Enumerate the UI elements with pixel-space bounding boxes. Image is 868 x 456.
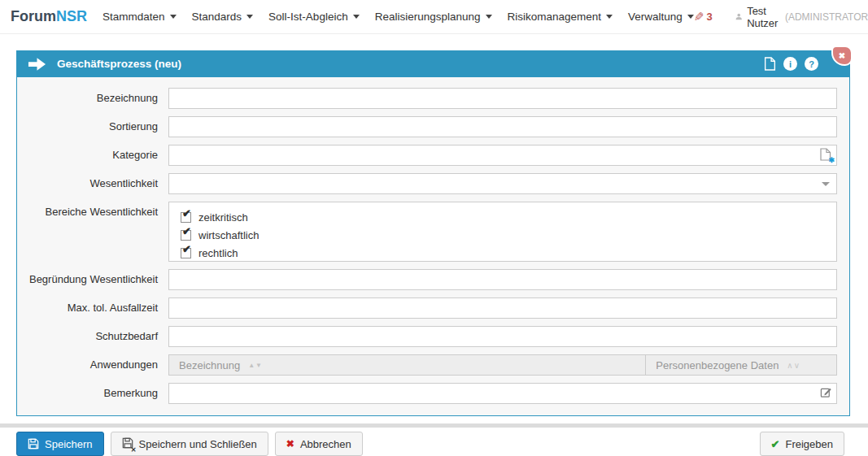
- checkbox-row-wirtschaftlich[interactable]: ✔ wirtschaftlich: [181, 226, 836, 244]
- save-and-close-button[interactable]: ✕ Speichern und Schließen: [111, 432, 268, 456]
- open-editor-button[interactable]: [820, 386, 832, 401]
- checkbox-label: rechtlich: [198, 247, 238, 259]
- chevron-down-icon[interactable]: [822, 182, 830, 186]
- panel-title: Geschäftsprozess (neu): [57, 58, 181, 70]
- menu-label: Soll-Ist-Abgleich: [268, 11, 348, 23]
- wesentlichkeit-select[interactable]: [168, 173, 837, 194]
- checkbox-label: wirtschaftlich: [198, 229, 259, 241]
- checkbox-zeitkritisch[interactable]: ✔: [181, 212, 191, 223]
- menu-verwaltung[interactable]: Verwaltung: [628, 11, 694, 23]
- pdf-document-icon: [764, 57, 776, 71]
- ausfallzeit-input[interactable]: [168, 297, 837, 319]
- bereiche-checkbox-group: ✔ zeitkritisch ✔ wirtschaftlich ✔ rechtl…: [168, 202, 837, 262]
- chevron-down-icon: [353, 15, 360, 19]
- top-navbar: ForumNSR Stammdaten Standards Soll-Ist-A…: [0, 0, 868, 34]
- chevron-down-icon: [486, 15, 492, 19]
- save-and-close-button-label: Speichern und Schließen: [139, 438, 257, 450]
- bezeichnung-label: Bezeichnung: [17, 88, 168, 109]
- release-button-label: Freigeben: [785, 438, 833, 450]
- user-role: (ADMINISTRATOR): [785, 11, 868, 23]
- menu-standards[interactable]: Standards: [192, 11, 254, 23]
- cancel-button[interactable]: ✖ Abbrechen: [275, 432, 363, 456]
- menu-label: Realisierungsplanung: [375, 11, 481, 23]
- column-header-personenbezogene-daten[interactable]: Personenbezogene Daten ∧∨: [646, 355, 836, 375]
- sortierung-label: Sortierung: [17, 116, 168, 137]
- sortierung-input[interactable]: [168, 116, 837, 137]
- chevron-down-icon: [170, 15, 177, 19]
- help-button[interactable]: ?: [805, 57, 818, 71]
- app-logo[interactable]: ForumNSR: [11, 8, 87, 25]
- checkbox-wirtschaftlich[interactable]: ✔: [181, 230, 191, 241]
- logo-part-1: Forum: [11, 8, 56, 24]
- arrow-right-icon: [28, 58, 46, 71]
- menu-stammdaten[interactable]: Stammdaten: [103, 11, 177, 23]
- begruendung-label: Begründung Wesentlichkeit: [17, 269, 168, 290]
- pending-edits-badge[interactable]: ✎ 3: [694, 10, 713, 24]
- menu-label: Standards: [192, 11, 242, 23]
- check-icon: ✔: [771, 438, 780, 450]
- form-row-ausfallzeit: Max. tol. Ausfallzeit: [17, 297, 837, 319]
- logo-part-2: NSR: [56, 8, 87, 24]
- schutzbedarf-input[interactable]: [168, 326, 837, 347]
- checkmark-icon: ✔: [182, 208, 191, 219]
- cancel-x-icon: ✖: [286, 438, 294, 449]
- menu-risikomanagement[interactable]: Risikomanagement: [508, 11, 613, 23]
- new-category-button[interactable]: ✱: [820, 148, 832, 162]
- save-button-label: Speichern: [45, 438, 93, 450]
- begruendung-input[interactable]: [168, 269, 837, 290]
- pencil-icon: ✎: [694, 10, 704, 24]
- form-row-wesentlichkeit: Wesentlichkeit: [17, 173, 837, 194]
- form-row-bereiche-wesentlichkeit: Bereiche Wesentlichkeit ✔ zeitkritisch ✔…: [17, 202, 837, 262]
- kategorie-label: Kategorie: [17, 145, 168, 166]
- user-menu[interactable]: Test Nutzer (ADMINISTRATOR): [735, 5, 868, 29]
- chevron-down-icon: [606, 15, 613, 19]
- bezeichnung-input[interactable]: [168, 88, 837, 109]
- user-name: Test Nutzer: [747, 5, 782, 29]
- form-row-anwendungen: Anwendungen Bezeichnung ▲▼ Personenbezog…: [17, 354, 837, 376]
- form-body: Bezeichnung Sortierung Kategorie: [17, 77, 849, 415]
- checkbox-row-rechtlich[interactable]: ✔ rechtlich: [181, 244, 836, 262]
- checkbox-row-zeitkritisch[interactable]: ✔ zeitkritisch: [181, 208, 836, 226]
- chevron-down-icon: [246, 15, 253, 19]
- star-icon: ✱: [828, 156, 835, 164]
- form-row-begruendung: Begründung Wesentlichkeit: [17, 269, 837, 290]
- chevron-down-icon: [687, 15, 694, 19]
- geschaeftsprozess-panel: ✖ Geschäftsprozess (neu) i ? Bezeichnun: [16, 50, 850, 416]
- form-row-bemerkung: Bemerkung: [17, 383, 837, 404]
- menu-label: Stammdaten: [103, 11, 165, 23]
- x-icon: ✕: [131, 446, 137, 454]
- menu-label: Verwaltung: [628, 11, 683, 23]
- bemerkung-input[interactable]: [168, 383, 837, 404]
- kategorie-input[interactable]: [168, 145, 837, 166]
- info-icon: i: [783, 57, 797, 71]
- form-row-sortierung: Sortierung: [17, 116, 837, 137]
- release-button[interactable]: ✔ Freigeben: [760, 432, 844, 456]
- cancel-button-label: Abbrechen: [300, 438, 351, 450]
- pdf-export-button[interactable]: [764, 57, 776, 71]
- bereiche-wesentlichkeit-label: Bereiche Wesentlichkeit: [17, 202, 168, 262]
- sort-icon[interactable]: ∧∨: [787, 361, 800, 370]
- menu-realisierungsplanung[interactable]: Realisierungsplanung: [375, 11, 492, 23]
- checkbox-rechtlich[interactable]: ✔: [181, 248, 191, 258]
- pending-edits-count: 3: [706, 11, 712, 23]
- close-icon: ✖: [839, 51, 845, 60]
- anwendungen-label: Anwendungen: [17, 354, 168, 376]
- column-header-bezeichnung[interactable]: Bezeichnung ▲▼: [169, 355, 646, 375]
- checkbox-label: zeitkritisch: [198, 211, 248, 224]
- menu-soll-ist-abgleich[interactable]: Soll-Ist-Abgleich: [268, 11, 360, 23]
- form-row-bezeichnung: Bezeichnung: [17, 88, 837, 109]
- menu-label: Risikomanagement: [508, 11, 602, 23]
- wesentlichkeit-label: Wesentlichkeit: [17, 173, 168, 194]
- user-icon: [735, 11, 742, 22]
- footer-toolbar: Speichern ✕ Speichern und Schließen ✖ Ab…: [0, 428, 868, 456]
- sort-icon[interactable]: ▲▼: [248, 362, 263, 369]
- form-row-kategorie: Kategorie ✱: [17, 145, 837, 166]
- anwendungen-table-header: Bezeichnung ▲▼ Personenbezogene Daten ∧∨: [168, 354, 837, 376]
- save-icon: [28, 438, 39, 449]
- save-button[interactable]: Speichern: [16, 432, 104, 456]
- info-button[interactable]: i: [783, 57, 797, 71]
- form-row-schutzbedarf: Schutzbedarf: [17, 326, 837, 347]
- checkmark-icon: ✔: [182, 244, 191, 254]
- edit-icon: [820, 386, 832, 398]
- bemerkung-label: Bemerkung: [17, 383, 168, 404]
